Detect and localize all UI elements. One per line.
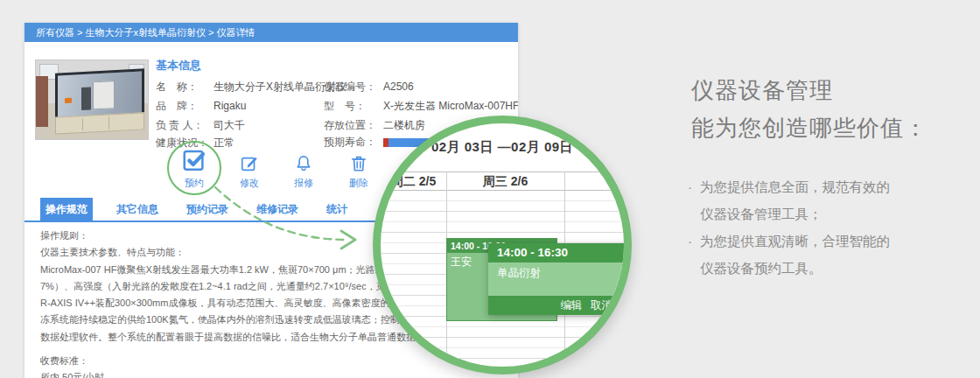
promo-bullets: · 为您提供信息全面，规范有效的 仪器设备管理工具； · 为您提供直观清晰，合理… [700, 173, 890, 282]
photo-base [55, 112, 144, 134]
promo-title-line2: 能为您创造哪些价值： [691, 109, 928, 147]
reservation-popup: 14:00 - 16:30 单晶衍射 编辑 取消 [488, 243, 628, 315]
repair-label: 报修 [277, 177, 330, 190]
tab-other-info[interactable]: 其它信息 [112, 198, 163, 220]
basic-info-title: 基本信息 [156, 58, 201, 74]
calendar-day-header-row: 周二 2/5 周三 2/6 周四 [381, 172, 624, 191]
bullet-dot: · [688, 228, 692, 255]
popup-edit-button[interactable]: 编辑 [561, 299, 583, 312]
repair-report-button[interactable]: 报修 [277, 154, 330, 190]
promo-bullet-1: · 为您提供信息全面，规范有效的 仪器设备管理工具； [700, 173, 890, 228]
calendar-magnifier: 02月 03日 —02月 09日 周二 2/5 周三 2/6 周四 14:00 … [373, 116, 632, 374]
delete-label: 删除 [332, 177, 385, 190]
delete-button[interactable]: 删除 [332, 154, 385, 190]
field-model: 型 号：X-光发生器 MicroMax-007HF [324, 99, 518, 114]
reserve-label: 预约 [168, 177, 220, 190]
reserve-button[interactable]: 预约 [168, 147, 220, 190]
promo-title: 仪器设备管理 能为您创造哪些价值： [691, 72, 928, 147]
field-serial: 仪器编号：A2506 [324, 80, 414, 94]
photo-cabinet [36, 76, 48, 127]
instrument-photo [35, 60, 149, 140]
popup-title: 单晶衍射 [488, 262, 628, 296]
bullet-dot: · [688, 173, 692, 200]
popup-actions: 编辑 取消 [488, 296, 628, 315]
tab-operation-standard[interactable]: 操作规范 [40, 198, 93, 220]
field-brand: 品 牌：Rigaku [156, 99, 246, 114]
tab-reservation-records[interactable]: 预约记录 [182, 198, 233, 220]
calendar-day-thu: 周四 [589, 174, 632, 190]
trash-icon [349, 154, 368, 173]
edit-pencil-icon [240, 154, 259, 173]
popup-time: 14:00 - 16:30 [488, 243, 628, 262]
promo-bullet-2: · 为您提供直观清晰，合理智能的 仪器设备预约工具。 [700, 228, 890, 282]
pricing-line: 所内 50元/小时 [40, 369, 513, 378]
tab-statistics[interactable]: 统计 [322, 198, 352, 220]
breadcrumb[interactable]: 所有仪器 > 生物大分子x射线单晶衍射仪 > 仪器详情 [24, 23, 518, 42]
bell-icon [294, 154, 313, 173]
promo-title-line1: 仪器设备管理 [691, 72, 928, 109]
field-manager: 负 责 人：司大千 [156, 118, 245, 133]
edit-button[interactable]: 修改 [223, 154, 276, 190]
field-location: 存放位置：二楼机房 [324, 118, 425, 133]
field-name: 名 称：生物大分子X射线单晶衍射仪 [156, 80, 346, 94]
tab-repair-records[interactable]: 维修记录 [252, 198, 303, 220]
checkbox-check-icon [181, 147, 207, 173]
calendar-day-wed: 周三 2/6 [446, 174, 564, 190]
edit-label: 修改 [223, 177, 276, 190]
popup-cancel-button[interactable]: 取消 [591, 299, 612, 312]
